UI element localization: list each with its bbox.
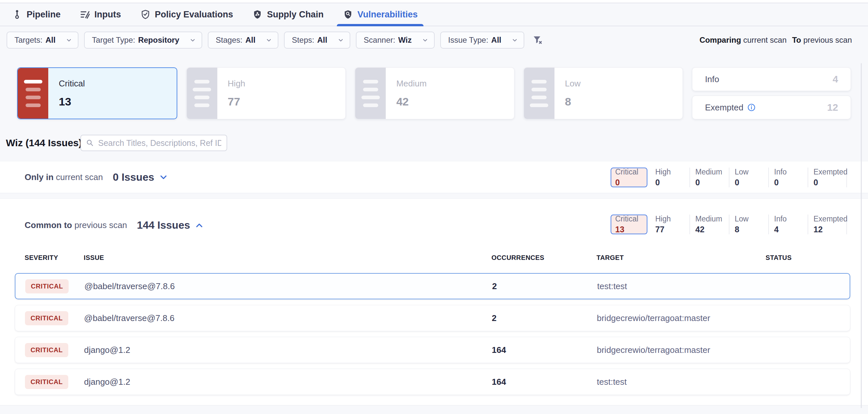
chevron-down-icon[interactable] [159, 173, 168, 182]
severity-gauge-high-icon [187, 68, 217, 119]
chip-value: 77 [655, 225, 689, 234]
chip-value: 13 [615, 225, 647, 234]
card-count: 42 [396, 95, 427, 108]
filter-label: Target Type: [92, 35, 135, 45]
severity-gauge-low-icon [524, 68, 555, 119]
chip-medium[interactable]: Medium 0 [689, 168, 729, 187]
filter-bar: Targets: All Target Type: Repository Sta… [0, 27, 868, 53]
severity-card-critical[interactable]: Critical 13 [17, 67, 177, 119]
chip-low[interactable]: Low 0 [729, 168, 768, 187]
tab-pipeline[interactable]: Pipeline [12, 3, 61, 26]
filter-targets[interactable]: Targets: All [6, 32, 79, 49]
occurrences-count: 2 [492, 281, 597, 291]
table-header: SEVERITY ISSUE OCCURRENCES TARGET STATUS [15, 254, 850, 262]
chevron-down-icon [422, 36, 429, 44]
only-in-current-scan-header: Only in current scan 0 Issues [25, 171, 168, 183]
chip-info[interactable]: Info 4 [768, 214, 808, 234]
issue-name: django@1.2 [84, 345, 492, 355]
filter-target-type[interactable]: Target Type: Repository [84, 32, 202, 49]
inputs-icon [80, 9, 90, 20]
filter-clear-icon[interactable] [532, 35, 542, 45]
chip-medium[interactable]: Medium 42 [689, 214, 729, 234]
chip-high[interactable]: High 0 [650, 168, 689, 187]
tab-policy-evaluations[interactable]: Policy Evaluations [140, 3, 234, 26]
severity-card-high[interactable]: High 77 [186, 67, 346, 119]
table-row[interactable]: CRITICAL django@1.2 164 test:test [15, 369, 850, 395]
section-lead-bold: Only in [25, 172, 54, 182]
chip-high[interactable]: High 77 [650, 214, 689, 234]
vulnerabilities-icon [343, 9, 353, 20]
section-issue-count: 144 Issues [137, 219, 190, 231]
section-lead-bold: Common to [25, 220, 72, 230]
chevron-down-icon [337, 36, 344, 44]
comparing-to-text: previous scan [803, 35, 852, 45]
tab-inputs[interactable]: Inputs [80, 3, 121, 26]
section-lead-text: previous scan [74, 220, 127, 230]
chip-value: 0 [813, 178, 846, 187]
card-label: Exempted [705, 102, 743, 113]
chip-exempted[interactable]: Exempted 12 [808, 214, 847, 234]
chip-low[interactable]: Low 8 [729, 214, 768, 234]
tab-label: Vulnerabilities [358, 9, 418, 20]
filter-value: Wiz [398, 35, 412, 45]
table-row[interactable]: CRITICAL @babel/traverse@7.8.6 2 bridgec… [15, 305, 850, 331]
chip-info[interactable]: Info 0 [768, 168, 808, 187]
severity-cards-row: Critical 13 High 77 Medium 42 [17, 67, 851, 119]
filter-value: All [245, 35, 255, 45]
only-in-current-scan-section: Only in current scan 0 Issues Critical 0… [0, 161, 868, 193]
chevron-down-icon [511, 36, 518, 44]
chip-label: Medium [695, 168, 729, 176]
filter-value: All [317, 35, 327, 45]
common-to-previous-scan-header: Common to previous scan 144 Issues [25, 219, 204, 231]
table-row[interactable]: CRITICAL @babel/traverse@7.8.6 2 test:te… [15, 273, 850, 299]
table-row[interactable]: CRITICAL django@1.2 164 bridgecrewio/ter… [15, 337, 850, 363]
filter-label: Scanner: [364, 35, 395, 45]
tab-vulnerabilities[interactable]: Vulnerabilities [343, 3, 418, 26]
chip-label: Info [774, 214, 808, 224]
severity-badge: CRITICAL [25, 279, 69, 293]
filter-steps[interactable]: Steps: All [284, 32, 350, 49]
search-icon [86, 139, 94, 147]
chevron-up-icon[interactable] [195, 221, 204, 230]
chevron-down-icon [265, 36, 273, 44]
section-lead-text: current scan [56, 172, 103, 182]
tab-supply-chain[interactable]: Supply Chain [252, 3, 324, 26]
col-severity: SEVERITY [25, 254, 84, 262]
previous-scan-severity-chips: Critical 13 High 77 Medium 42 Low 8 Info… [611, 214, 847, 234]
tab-label: Pipeline [27, 9, 61, 20]
severity-card-medium[interactable]: Medium 42 [355, 67, 515, 119]
card-label: Info [705, 74, 719, 84]
severity-gauge-critical-icon [18, 68, 48, 119]
filter-issue-type[interactable]: Issue Type: All [440, 32, 524, 49]
chip-value: 0 [615, 178, 647, 187]
chip-exempted[interactable]: Exempted 0 [808, 168, 847, 187]
search-box[interactable] [81, 135, 227, 151]
filter-scanner[interactable]: Scanner: Wiz [356, 32, 435, 49]
severity-card-low[interactable]: Low 8 [524, 67, 683, 119]
card-count: 13 [59, 95, 85, 108]
vertical-scrollbar[interactable] [861, 63, 862, 408]
policy-evaluations-icon [140, 9, 151, 20]
severity-card-exempted[interactable]: Exempted 12 [692, 96, 851, 119]
occurrences-count: 164 [492, 345, 597, 355]
chip-value: 0 [774, 178, 808, 187]
severity-badge: CRITICAL [25, 375, 68, 389]
severity-gauge-medium-icon [355, 68, 386, 119]
tab-bar: Pipeline Inputs Policy Evaluations Suppl… [0, 3, 868, 26]
chip-label: High [655, 214, 689, 224]
card-label: High [228, 79, 245, 89]
common-to-previous-scan-section: Common to previous scan 144 Issues Criti… [0, 199, 868, 406]
side-cards: Info 4 Exempted 12 [692, 67, 851, 119]
search-input[interactable] [97, 138, 222, 148]
severity-card-info[interactable]: Info 4 [692, 67, 851, 91]
issue-name: @babel/traverse@7.8.6 [84, 281, 492, 291]
info-icon[interactable] [747, 103, 756, 112]
chip-value: 0 [655, 178, 689, 187]
chip-critical[interactable]: Critical 0 [611, 168, 647, 187]
comparing-label: Comparing current scan To previous scan [700, 35, 852, 45]
filter-stages[interactable]: Stages: All [208, 32, 278, 49]
chip-critical[interactable]: Critical 13 [611, 214, 647, 234]
target-name: bridgecrewio/terragoat:master [597, 345, 766, 355]
filter-value: Repository [138, 35, 179, 45]
scanner-title: Wiz (144 Issues) [6, 137, 82, 149]
